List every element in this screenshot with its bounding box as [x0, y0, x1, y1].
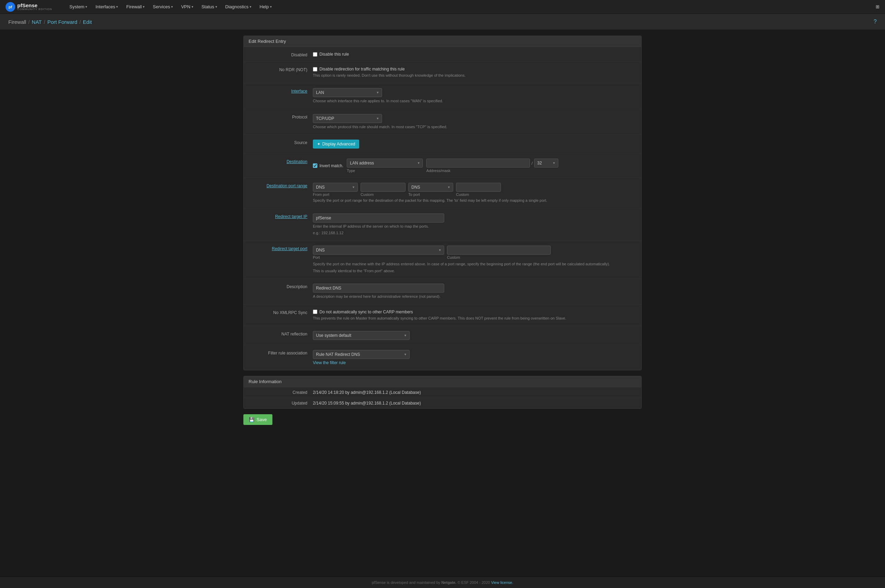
- rule-info-panel: Rule Information Created 2/14/20 14:18:2…: [243, 376, 642, 409]
- invert-match-row: Invert match.: [313, 164, 343, 168]
- destination-address-input[interactable]: [426, 159, 530, 168]
- no-xmlrpc-label: No XMLRPC Sync: [244, 308, 313, 315]
- to-port-select-wrapper: (other) any DNS HTTP HTTPS: [408, 183, 453, 192]
- description-input[interactable]: [313, 284, 444, 292]
- destination-row: Destination Invert match. any LAN addres…: [244, 154, 641, 178]
- chevron-down-icon: ▾: [143, 5, 144, 9]
- view-filter-rule-link[interactable]: View the filter rule: [313, 360, 346, 365]
- pfsense-logo: pfSense COMMUNITY EDITION: [17, 3, 52, 11]
- top-navigation: pf pfSense COMMUNITY EDITION System ▾ In…: [0, 0, 885, 14]
- from-port-select-wrapper: (other) any DNS HTTP HTTPS: [313, 183, 358, 192]
- logo-pf-text: pf: [9, 5, 12, 9]
- disabled-checkbox-label: Disable this rule: [319, 52, 349, 57]
- destination-type-select[interactable]: any LAN address WAN address Network: [347, 159, 423, 168]
- nat-reflection-label: NAT reflection: [244, 330, 313, 336]
- brand-sub: COMMUNITY EDITION: [17, 8, 52, 11]
- breadcrumb-edit: Edit: [83, 19, 92, 25]
- breadcrumb-firewall: Firewall: [8, 19, 26, 25]
- breadcrumb-bar: Firewall / NAT / Port Forward / Edit ?: [0, 14, 885, 30]
- rule-info-header: Rule Information: [244, 376, 641, 387]
- redirect-target-ip-link[interactable]: Redirect target IP: [275, 214, 307, 219]
- redirect-target-port-label: Redirect target port: [244, 244, 313, 251]
- interface-row: Interface LAN WAN WANGW Loopback Choose …: [244, 83, 641, 109]
- breadcrumb-portforward[interactable]: Port Forward: [47, 19, 77, 25]
- from-port-label: From port: [313, 192, 358, 196]
- edit-redirect-panel: Edit Redirect Entry Disabled Disable thi…: [243, 36, 642, 370]
- help-icon[interactable]: ?: [874, 19, 877, 25]
- dest-port-range-content: (other) any DNS HTTP HTTPS From port Cus…: [313, 182, 641, 204]
- nav-firewall[interactable]: Firewall ▾: [123, 0, 148, 14]
- interface-select[interactable]: LAN WAN WANGW Loopback: [313, 88, 382, 97]
- no-xmlrpc-checkbox-row: Do not automatically sync to other CARP …: [313, 309, 641, 314]
- topnav-right-icon[interactable]: ⊞: [876, 4, 879, 9]
- redirect-target-ip-input[interactable]: [313, 213, 444, 222]
- no-rdr-content: Disable redirection for traffic matching…: [313, 65, 641, 80]
- redirect-target-port-link[interactable]: Redirect target port: [272, 246, 307, 251]
- chevron-down-icon: ▾: [86, 5, 87, 9]
- nav-system[interactable]: System ▾: [66, 0, 90, 14]
- destination-address-group: / 3224168 Address/mask: [426, 159, 558, 173]
- filter-rule-assoc-select[interactable]: None Rule NAT Redirect DNS Pass: [313, 350, 410, 359]
- nav-help[interactable]: Help ▾: [256, 0, 275, 14]
- no-rdr-checkbox-label: Disable redirection for traffic matching…: [319, 67, 405, 72]
- no-xmlrpc-checkbox[interactable]: [313, 309, 317, 314]
- from-port-select[interactable]: (other) any DNS HTTP HTTPS: [313, 183, 358, 192]
- description-label: Description: [244, 282, 313, 289]
- to-custom-input[interactable]: [456, 183, 501, 192]
- chevron-down-icon: ▾: [249, 5, 251, 9]
- created-value: 2/14/20 14:18:20 by admin@192.168.1.2 (L…: [313, 390, 641, 395]
- disabled-label: Disabled: [244, 51, 313, 57]
- display-advanced-button[interactable]: ✦ Display Advanced: [313, 140, 359, 148]
- source-content: ✦ Display Advanced: [313, 138, 641, 150]
- dest-port-range-link[interactable]: Destination port range: [266, 183, 307, 188]
- redirect-target-ip-label: Redirect target IP: [244, 212, 313, 219]
- chevron-down-icon: ▾: [192, 5, 193, 9]
- main-content: Edit Redirect Entry Disabled Disable thi…: [235, 30, 650, 439]
- nav-diagnostics[interactable]: Diagnostics ▾: [222, 0, 255, 14]
- to-port-select[interactable]: (other) any DNS HTTP HTTPS: [408, 183, 453, 192]
- no-rdr-row: No RDR (NOT) Disable redirection for tra…: [244, 62, 641, 83]
- nat-reflection-select-wrapper: Use system default Enable Disable: [313, 331, 410, 340]
- redirect-target-ip-help2: e.g.: 192.168.1.12: [313, 230, 641, 236]
- redirect-port-help1: Specify the port on the machine with the…: [313, 261, 641, 267]
- redirect-port-custom-group: Custom: [447, 246, 551, 260]
- no-rdr-checkbox[interactable]: [313, 67, 317, 72]
- filter-rule-assoc-select-wrapper: None Rule NAT Redirect DNS Pass: [313, 350, 410, 359]
- redirect-port-custom-input[interactable]: [447, 246, 551, 255]
- no-xmlrpc-checkbox-label: Do not automatically sync to other CARP …: [319, 309, 413, 314]
- protocol-select-wrapper: TCP UDP TCP/UDP ICMP: [313, 114, 382, 123]
- destination-type-label: Type: [347, 169, 423, 173]
- destination-label: Destination: [244, 157, 313, 164]
- redirect-port-select[interactable]: (other) any DNS HTTP HTTPS: [313, 246, 444, 255]
- created-row: Created 2/14/20 14:18:20 by admin@192.16…: [244, 387, 641, 398]
- brand-name: pfSense: [17, 3, 52, 8]
- no-xmlrpc-content: Do not automatically sync to other CARP …: [313, 308, 641, 322]
- interface-link[interactable]: Interface: [291, 89, 307, 94]
- chevron-down-icon: ▾: [215, 5, 217, 9]
- save-button[interactable]: 💾 Save: [243, 414, 272, 425]
- destination-row-inner: Invert match. any LAN address WAN addres…: [313, 159, 641, 173]
- destination-type-select-wrapper: any LAN address WAN address Network: [347, 159, 423, 168]
- invert-match-checkbox[interactable]: [313, 164, 317, 168]
- destination-mask-select[interactable]: 3224168: [534, 159, 558, 168]
- nav-interfaces[interactable]: Interfaces ▾: [92, 0, 121, 14]
- chevron-down-icon: ▾: [171, 5, 173, 9]
- created-label: Created: [244, 390, 313, 395]
- nav-status[interactable]: Status ▾: [198, 0, 221, 14]
- protocol-help: Choose which protocol this rule should m…: [313, 124, 641, 129]
- destination-link[interactable]: Destination: [287, 159, 307, 164]
- filter-rule-assoc-label: Filter rule association: [244, 349, 313, 356]
- nav-services[interactable]: Services ▾: [149, 0, 176, 14]
- disabled-checkbox[interactable]: [313, 52, 317, 57]
- no-rdr-checkbox-row: Disable redirection for traffic matching…: [313, 67, 641, 72]
- protocol-select[interactable]: TCP UDP TCP/UDP ICMP: [313, 114, 382, 123]
- from-custom-input[interactable]: [361, 183, 406, 192]
- nat-reflection-content: Use system default Enable Disable: [313, 330, 641, 341]
- redirect-port-select-wrapper: (other) any DNS HTTP HTTPS: [313, 246, 444, 255]
- nat-reflection-select[interactable]: Use system default Enable Disable: [313, 331, 410, 340]
- to-custom-label: Custom: [456, 192, 501, 196]
- nav-vpn[interactable]: VPN ▾: [178, 0, 197, 14]
- breadcrumb-nat[interactable]: NAT: [32, 19, 42, 25]
- dest-port-range-row: Destination port range (other) any DNS H…: [244, 178, 641, 208]
- updated-value: 2/14/20 15:09:55 by admin@192.168.1.2 (L…: [313, 401, 641, 406]
